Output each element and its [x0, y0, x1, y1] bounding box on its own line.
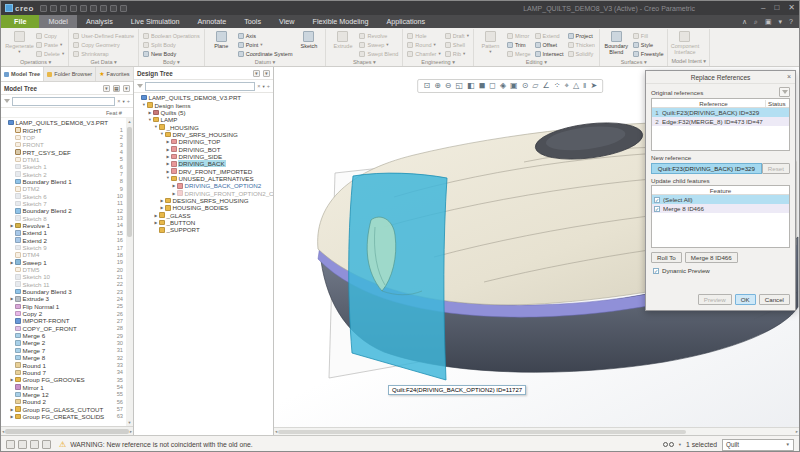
tree-item[interactable]: Sketch 610 — [1, 192, 133, 199]
tree-item[interactable]: Sketch 1122 — [1, 281, 133, 288]
zoom-in-icon[interactable]: ⊕ — [434, 81, 441, 91]
tree-item[interactable]: Merge 629 — [1, 332, 133, 339]
help-icon[interactable]: ? — [789, 18, 793, 25]
point-display-icon[interactable]: ⁘ — [554, 81, 561, 91]
tree-item[interactable]: ▶Group FG_GROOVES35 — [1, 376, 133, 383]
axis-display-icon[interactable]: ∠ — [543, 81, 550, 91]
tree-item[interactable]: LAMP_QUILTS_DEMO8_V3.PRT — [1, 119, 133, 126]
tab-live-simulation[interactable]: Live Simulation — [122, 15, 189, 28]
viewport-hscrollbar[interactable]: ◂▸ — [274, 427, 799, 435]
ribbon-group-label[interactable]: Datum ▾ — [208, 58, 323, 67]
ribbon-group-label[interactable]: Engineering ▾ — [406, 58, 470, 67]
tree-item[interactable]: Round 734 — [1, 369, 133, 376]
user-defined-feature-button[interactable]: User-Defined Feature — [72, 31, 135, 40]
reference-filter-button[interactable] — [779, 87, 790, 97]
design-tree-item[interactable]: ▶DESIGN_SRFS_HOUSING — [134, 197, 273, 204]
design-tree-item[interactable]: ▶Quilts (5) — [134, 109, 273, 116]
tree-item[interactable]: DTM418 — [1, 251, 133, 258]
navigator-tab-favorites[interactable]: ★Favorites — [96, 67, 133, 81]
copy-button[interactable]: Copy — [35, 31, 65, 40]
design-tree-search-input[interactable] — [145, 82, 255, 91]
design-filters-button[interactable]: ▾ — [253, 70, 260, 77]
feature-checkbox[interactable]: ✓ — [654, 206, 660, 212]
ribbon-group-label[interactable]: Operations ▾ — [6, 58, 65, 67]
tree-item[interactable]: DTM520 — [1, 266, 133, 273]
clear-filter-icon[interactable]: × — [117, 98, 120, 104]
shaded-icon[interactable]: ◼ — [479, 81, 486, 91]
component-interface-button[interactable]: Component Interface — [671, 29, 698, 55]
redo-icon[interactable] — [90, 5, 97, 12]
tree-filters-button[interactable]: ▾ — [103, 85, 110, 92]
tree-item[interactable]: Sketch 711 — [1, 200, 133, 207]
find-caret-icon[interactable]: ▾ — [679, 442, 681, 447]
design-tree-item[interactable]: ▶_BUTTON — [134, 219, 273, 226]
tree-item[interactable]: Round 133 — [1, 361, 133, 368]
tab-flexible-modeling[interactable]: Flexible Modeling — [304, 15, 378, 28]
roll-target-button[interactable]: Merge 8 ID466 — [685, 252, 738, 263]
browser-toggle-icon[interactable] — [18, 440, 27, 449]
tree-item[interactable]: TOP2 — [1, 134, 133, 141]
driving-back-quilt-surface[interactable] — [349, 173, 447, 380]
tree-item[interactable]: Boundary Blend 18 — [1, 178, 133, 185]
navigator-tab-folder-browser[interactable]: Folder Browser — [44, 67, 96, 81]
tree-item[interactable]: ▶Revolve 114 — [1, 222, 133, 229]
project-button[interactable]: Project — [567, 31, 596, 40]
tab-applications[interactable]: Applications — [377, 15, 434, 28]
feature-row[interactable]: ✓Merge 8 ID466 — [652, 204, 789, 213]
minimize-button[interactable]: – — [761, 4, 765, 12]
shell-button[interactable]: Shell — [444, 40, 470, 49]
cancel-button[interactable]: Cancel — [759, 294, 790, 305]
coordinate-system-button[interactable]: Coordinate System — [237, 49, 294, 58]
design-tree-item[interactable]: ▶HOUSING_BODIES — [134, 204, 273, 211]
regenerate-button[interactable]: Regenerate▾ — [6, 29, 33, 55]
sweep-button[interactable]: Sweep▾ — [358, 40, 399, 49]
tree-item[interactable]: DTM15 — [1, 156, 133, 163]
filter-caret-icon[interactable]: ▾ — [123, 99, 125, 104]
annotation-display-icon[interactable]: ▣ — [510, 81, 518, 91]
tree-item[interactable]: Sketch 1021 — [1, 273, 133, 280]
shrinkwrap-button[interactable]: Shrinkwrap — [72, 49, 135, 58]
perspective-icon[interactable]: △ — [573, 81, 579, 91]
merge-button[interactable]: Merge — [506, 49, 532, 58]
tab-tools[interactable]: Tools — [235, 15, 270, 28]
axis-button[interactable]: Axis — [237, 31, 294, 40]
open-file-icon[interactable] — [50, 5, 57, 12]
reference-row[interactable]: 2Edge:F32(MERGE_8) ID=473 ID=47 — [652, 117, 789, 126]
new-reference-value[interactable]: Quilt:F23(DRIVING_BACK) ID=329 — [651, 163, 762, 174]
import-icon[interactable] — [60, 5, 67, 12]
display-style-icon[interactable]: ◧ — [467, 81, 475, 91]
tree-item[interactable]: DTM29 — [1, 185, 133, 192]
new-body-button[interactable]: New Body — [142, 49, 201, 58]
design-tree-item[interactable]: ▼UNUSED_ALTERNATIVES — [134, 175, 273, 182]
design-tree-item[interactable]: ▶DRIVING_BOT — [134, 145, 273, 152]
design-tree-item[interactable]: ▼_HOUSING — [134, 123, 273, 130]
reset-button[interactable]: Reset — [762, 163, 790, 174]
dynamic-preview-checkbox[interactable]: ✓ — [653, 268, 659, 274]
tab-file[interactable]: File — [1, 15, 39, 28]
tree-item[interactable]: Flip Normal 125 — [1, 303, 133, 310]
split-body-button[interactable]: Split Body — [142, 40, 201, 49]
hole-button[interactable]: Hole — [406, 31, 441, 40]
command-search-icon[interactable]: ⌕ — [754, 18, 758, 26]
tree-item[interactable]: Sketch 813 — [1, 214, 133, 221]
pattern-button[interactable]: Pattern▾ — [477, 29, 504, 55]
delete-button[interactable]: Delete▾ — [35, 49, 65, 58]
design-tree-item[interactable]: LAMP_QUILTS_DEMO8_V3.PRT — [134, 94, 273, 101]
repaint-icon[interactable]: ◱ — [456, 81, 464, 91]
tree-item[interactable]: RIGHT1 — [1, 126, 133, 133]
design-tree-item[interactable]: ▶DRIVING_TOP — [134, 138, 273, 145]
scroll-down-icon[interactable]: ▼ — [126, 420, 133, 425]
dialog-title-bar[interactable]: Replace References × — [646, 71, 795, 84]
chamfer-button[interactable]: Chamfer▾ — [406, 49, 441, 58]
fill-button[interactable]: Fill — [632, 31, 665, 40]
ribbon-group-label[interactable]: Shapes ▾ — [329, 58, 399, 67]
swept-blend-button[interactable]: Swept Blend — [358, 49, 399, 58]
dialog-close-icon[interactable]: × — [787, 73, 791, 80]
tree-item[interactable]: ▶Group FG_CREATE_SOLIDS63 — [1, 413, 133, 420]
datum-display-icon[interactable]: ◈ — [500, 81, 506, 91]
paste-button[interactable]: Paste▾ — [35, 40, 65, 49]
exit-icon[interactable]: ➤ — [590, 81, 597, 91]
feature-checkbox[interactable]: ✓ — [654, 197, 660, 203]
csys-display-icon[interactable]: ⌖ — [564, 81, 569, 91]
feature-row[interactable]: ✓(Select All) — [652, 195, 789, 204]
